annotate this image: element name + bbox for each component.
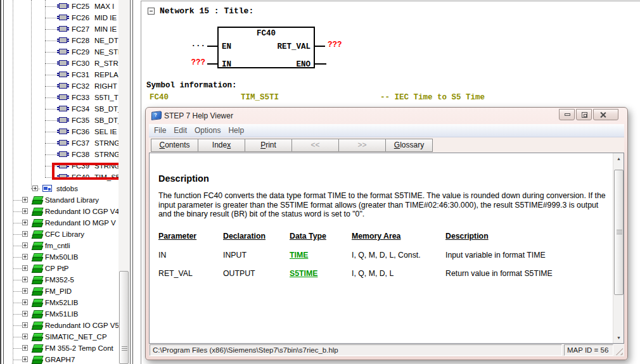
expand-icon[interactable]	[22, 265, 28, 271]
help-toolbar: Contents Index Print << >> Glossary	[149, 137, 624, 153]
expand-icon[interactable]	[22, 254, 28, 260]
expand-icon[interactable]	[22, 311, 28, 317]
ret-val-pin-label: RET_VAL	[277, 42, 310, 51]
tree-item-fmx51lib[interactable]: FMx51LIB	[4, 308, 118, 320]
in-pin-label: IN	[222, 60, 231, 69]
expand-icon[interactable]	[22, 242, 28, 248]
maximize-button[interactable]	[576, 109, 592, 120]
tree-item-fc38[interactable]: FC38STRNG_	[4, 149, 118, 160]
menu-file[interactable]: File	[150, 124, 170, 137]
tree-connector	[13, 257, 22, 258]
tree-item-fc26[interactable]: FC26MID IE	[4, 12, 118, 23]
data-type-link[interactable]: TIME	[290, 251, 308, 260]
tree-item-fc25[interactable]: FC25MAX I	[4, 1, 118, 12]
tree-item-redundant-io-cgp-v5[interactable]: Redundant IO CGP V5	[4, 320, 118, 331]
tree-connector	[45, 29, 58, 30]
library-book-icon	[32, 196, 42, 204]
tree-item-redundant-io-mgp-v[interactable]: Redundant IO MGP V	[4, 217, 118, 229]
statusbar: C:\Program Files (x86)\Siemens\Step7\s7b…	[149, 344, 624, 356]
tree-item-graph7[interactable]: GRAPH7	[4, 354, 118, 364]
toolbar-button-contents[interactable]: Contents	[151, 139, 198, 152]
tree-item-fmx50lib[interactable]: FMx50LIB	[4, 251, 118, 263]
tree-item-fc30[interactable]: FC30R_STRN	[4, 58, 118, 69]
window-titlebar[interactable]: STEP 7 Help Viewer	[146, 108, 627, 124]
tree-item-fc31[interactable]: FC31REPLAC	[4, 69, 118, 80]
panel-splitter[interactable]	[130, 0, 131, 364]
library-book-icon	[32, 275, 42, 284]
symbol-address: FC40	[150, 93, 169, 102]
expand-icon[interactable]	[22, 277, 28, 282]
tree-item-fc28[interactable]: FC28NE_DT	[4, 35, 118, 46]
en-operand[interactable]: ...	[190, 40, 205, 49]
menu-help[interactable]: Help	[224, 124, 248, 137]
expand-icon[interactable]	[22, 220, 28, 225]
network-collapse-icon[interactable]	[148, 8, 155, 15]
button-accelerator: C	[159, 141, 165, 149]
expand-icon[interactable]	[22, 322, 28, 328]
toolbar-button-glossary[interactable]: Glossary	[385, 139, 433, 152]
toolbar-button-print[interactable]: Print	[245, 139, 292, 152]
tree-connector	[45, 41, 58, 41]
in-operand[interactable]: ???	[189, 58, 205, 67]
tree-item-label: CFC Library	[45, 229, 84, 240]
content-scrollbar-thumb[interactable]	[614, 170, 624, 295]
tree-item-stdobs[interactable]: stdobs	[4, 183, 118, 194]
expand-icon[interactable]	[22, 288, 28, 294]
toolbar-button-back[interactable]: <<	[291, 139, 339, 152]
expand-icon[interactable]	[22, 299, 28, 305]
block-symbol: STRNG_	[94, 137, 118, 149]
tree-item-fm355-2-temp[interactable]: FM 355-2 Temp Cont	[4, 342, 118, 354]
column-header: Parameter	[158, 232, 223, 251]
ret-val-operand[interactable]: ???	[328, 41, 342, 49]
tree-item-fc29[interactable]: FC29NE_STR	[4, 46, 118, 58]
tree-item-fm-pid[interactable]: FM_PID	[4, 286, 118, 297]
tree-item-redundant-io-cgp-v4[interactable]: Redundant IO CGP V4	[4, 206, 118, 217]
expand-icon[interactable]	[22, 197, 28, 203]
menu-edit[interactable]: Edit	[170, 124, 191, 137]
tree-item-fc34[interactable]: FC34SB_DT_	[4, 103, 118, 115]
tree-scrollbar[interactable]	[118, 0, 129, 364]
tree-item-fc33[interactable]: FC33S5TI_TI	[4, 92, 118, 103]
tree-item-fc27[interactable]: FC27MIN IE	[4, 23, 118, 35]
parameter-cell: RET_VAL	[158, 269, 223, 287]
tree-item-standard-library[interactable]: Standard Library	[4, 194, 118, 206]
scroll-down-icon[interactable]: ▼	[613, 332, 624, 343]
expand-icon[interactable]	[22, 334, 28, 339]
expand-icon[interactable]	[22, 208, 28, 214]
minimize-button[interactable]	[559, 109, 575, 120]
expand-icon[interactable]	[22, 345, 28, 351]
en-wire	[207, 46, 217, 47]
tree-item-simatic-net-cp[interactable]: SIMATIC_NET_CP	[4, 331, 118, 342]
content-scrollbar[interactable]: ▲ ▼	[613, 153, 624, 343]
block-id: FC33	[72, 92, 89, 103]
expand-icon[interactable]	[22, 356, 28, 362]
expand-icon[interactable]	[32, 185, 38, 191]
menu-options[interactable]: Options	[191, 124, 224, 137]
tree-scrollbar-thumb[interactable]	[119, 271, 129, 364]
tree-item-fm-cntli[interactable]: fm_cntli	[4, 240, 118, 251]
tree-item-fc37[interactable]: FC37STRNG_	[4, 137, 118, 149]
tree-item-cfc-library[interactable]: CFC Library	[4, 229, 118, 240]
block-id: FC37	[72, 137, 89, 149]
expand-icon[interactable]	[22, 231, 28, 237]
tree-item-fm352-5[interactable]: FM352-5	[4, 274, 118, 286]
data-type-link[interactable]: S5TIME	[290, 269, 317, 278]
toolbar-button-index[interactable]: Index	[198, 139, 245, 152]
tree-item-fc32[interactable]: FC32RIGHT	[4, 80, 118, 92]
resize-grip[interactable]	[615, 347, 623, 355]
tree-item-label: FMx50LIB	[45, 251, 78, 263]
tree-item-fmx52lib[interactable]: FMx52LIB	[4, 297, 118, 308]
memory-area-cell: I, Q, M, D, L, Const.	[352, 251, 445, 269]
memory-area-cell: I, Q, M, D, L	[352, 269, 445, 287]
scroll-up-icon[interactable]: ▲	[613, 153, 624, 164]
close-button[interactable]	[593, 109, 618, 120]
tree-connector	[13, 280, 22, 280]
tree-connector	[13, 291, 22, 292]
toolbar-button-forward[interactable]: >>	[338, 139, 386, 152]
tree-item-label: FMx52LIB	[45, 297, 78, 308]
tree-item-fc36[interactable]: FC36SEL IE	[4, 126, 118, 137]
fc40-block[interactable]: FC40 EN IN RET_VAL ENO	[217, 27, 315, 68]
tree-connector	[13, 325, 22, 326]
tree-item-fc35[interactable]: FC35SB_DT_	[4, 115, 118, 126]
tree-item-cp-ptp[interactable]: CP PtP	[4, 263, 118, 274]
